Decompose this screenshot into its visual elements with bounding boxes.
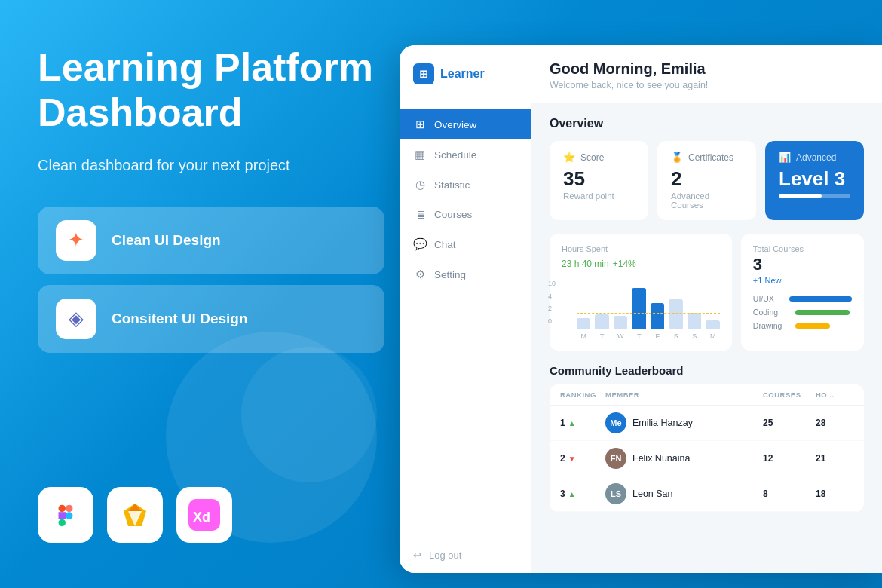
feature-cards: ✦ Clean UI Design ◈ Consitent UI Design <box>38 207 384 353</box>
bar-M <box>706 320 719 329</box>
coding-label: Coding <box>753 308 789 317</box>
courses-1: 25 <box>763 418 816 428</box>
svg-rect-3 <box>59 519 66 526</box>
stat-card-score: ⭐ Score 35 Reward point <box>550 141 648 220</box>
bar-T <box>595 314 608 329</box>
leaderboard-row-3: 3 ▲ LS Leon San 8 18 <box>550 476 864 512</box>
bar-T <box>632 288 645 329</box>
nav-item-chat[interactable]: 💬 Chat <box>400 229 531 259</box>
greeting-title: Good Morning, Emilia <box>550 60 864 78</box>
nav-label-statistic: Statistic <box>434 179 470 191</box>
rank-3: 3 ▲ <box>560 488 605 499</box>
logo-text: Learner <box>440 67 485 81</box>
leaderboard-header: RANKING MEMBER COURSES HO... <box>550 384 864 406</box>
bar-label-T: T <box>600 332 605 340</box>
feature-card-consistent-ui: ◈ Consitent UI Design <box>38 285 384 353</box>
bar-label-M: M <box>710 332 716 340</box>
nav-items: ⊞ Overview ▦ Schedule ◷ Statistic 🖥 Cour… <box>400 100 531 537</box>
level-bar <box>779 194 850 198</box>
clean-ui-icon: ✦ <box>56 220 96 261</box>
bar-label-M: M <box>580 332 586 340</box>
drawing-label: Drawing <box>753 321 789 330</box>
setting-icon: ⚙ <box>413 268 427 281</box>
level-icon: 📊 <box>779 152 791 163</box>
score-sub: Reward point <box>563 191 635 201</box>
stat-header-score: ⭐ Score <box>563 152 635 163</box>
bar-label-S: S <box>674 332 678 340</box>
stat-header-certificates: 🏅 Certificates <box>671 152 743 163</box>
course-types: UI/UX Coding Drawing <box>753 294 852 330</box>
coding-bar <box>795 310 850 315</box>
courses-3: 8 <box>763 488 816 499</box>
courses-count: 3 <box>753 255 852 274</box>
bar-F <box>651 303 664 329</box>
bar-W <box>614 316 627 329</box>
bar-S <box>669 299 682 329</box>
bar-group-F: F <box>651 280 664 340</box>
dashboard-panel: ⊞ Learner ⊞ Overview ▦ Schedule ◷ Statis… <box>400 45 882 573</box>
bar-label-F: F <box>655 332 660 340</box>
certificates-label: Certificates <box>688 152 733 163</box>
svg-text:Xd: Xd <box>193 510 210 525</box>
bar-group-M: M <box>577 280 590 340</box>
rank-1: 1 ▲ <box>560 418 605 428</box>
bar-chart: MTWTFSSM <box>577 280 720 340</box>
stat-header-level: 📊 Advanced <box>779 152 850 163</box>
logo-icon: ⊞ <box>413 63 434 84</box>
svg-rect-2 <box>59 512 66 519</box>
logout-button[interactable]: ↩ Log out <box>400 537 531 573</box>
col-ranking: RANKING <box>560 390 605 399</box>
greeting-subtitle: Welcome back, nice to see you again! <box>550 80 864 90</box>
stat-card-certificates: 🏅 Certificates 2 Advanced Courses <box>657 141 756 220</box>
bar-group-W: W <box>614 280 627 340</box>
figma-icon <box>38 487 93 543</box>
courses-2: 12 <box>763 453 816 464</box>
col-courses: COURSES <box>763 390 816 399</box>
bar-label-W: W <box>617 332 624 340</box>
nav-item-statistic[interactable]: ◷ Statistic <box>400 170 531 200</box>
nav-item-schedule[interactable]: ▦ Schedule <box>400 139 531 170</box>
feature-label-clean-ui: Clean UI Design <box>112 232 221 249</box>
charts-row: Hours Spent 23 h 40 min +14% 10 4 2 0 <box>550 234 864 351</box>
nav-item-courses[interactable]: 🖥 Courses <box>400 200 531 229</box>
bar-group-S: S <box>688 280 701 340</box>
nav-item-setting[interactable]: ⚙ Setting <box>400 259 531 289</box>
level-value: Level 3 <box>779 169 850 188</box>
nav-label-overview: Overview <box>434 119 476 130</box>
y-axis: 10 4 2 0 <box>548 280 556 325</box>
member-2: FN Felix Nunaina <box>605 448 763 469</box>
member-name-1: Emilia Hanzay <box>632 418 693 428</box>
tool-icons: Xd <box>38 487 384 543</box>
bar-group-T: T <box>595 280 608 340</box>
bar-label-S: S <box>692 332 697 340</box>
sketch-icon <box>107 487 163 543</box>
overview-section-title: Overview <box>550 117 864 130</box>
hours-1: 28 <box>816 418 853 428</box>
svg-rect-1 <box>66 505 72 512</box>
col-member: MEMBER <box>605 390 763 399</box>
stat-card-level: 📊 Advanced Level 3 <box>765 141 864 220</box>
rank-arrow-down-2: ▼ <box>568 455 576 463</box>
drawing-bar <box>795 323 830 329</box>
col-hours: HO... <box>816 390 853 399</box>
leaderboard-table: RANKING MEMBER COURSES HO... 1 ▲ Me Emil… <box>550 384 864 512</box>
logout-icon: ↩ <box>413 550 421 561</box>
rank-arrow-up-1: ▲ <box>568 419 576 427</box>
hours-label: Hours Spent <box>562 244 720 253</box>
dashed-line <box>577 313 720 314</box>
nav-item-overview[interactable]: ⊞ Overview <box>400 109 531 139</box>
leaderboard-row-1: 1 ▲ Me Emilia Hanzay 25 28 <box>550 406 864 441</box>
member-1: Me Emilia Hanzay <box>605 412 763 433</box>
sidebar-logo: ⊞ Learner <box>400 45 531 100</box>
hours-3: 18 <box>816 488 853 499</box>
main-content: Good Morning, Emilia Welcome back, nice … <box>531 45 882 573</box>
left-panel: Learning Platform Dashboard Clean dashbo… <box>0 0 422 588</box>
feature-label-consistent-ui: Consitent UI Design <box>112 311 248 327</box>
leaderboard-row-2: 2 ▼ FN Felix Nunaina 12 21 <box>550 441 864 476</box>
bar-group-S: S <box>669 280 682 340</box>
svg-rect-0 <box>59 505 66 512</box>
courses-chart-card: Total Courses 3 +1 New UI/UX Coding <box>741 234 864 351</box>
bar-label-T: T <box>637 332 642 340</box>
chat-icon: 💬 <box>413 237 427 251</box>
courses-new: +1 New <box>753 276 852 285</box>
